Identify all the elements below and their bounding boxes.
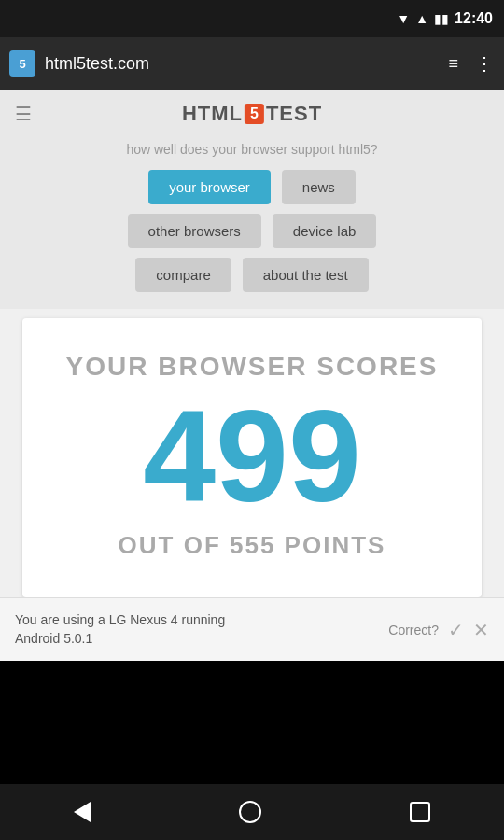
logo-html-text: HTML xyxy=(182,102,243,126)
correct-label: Correct? xyxy=(388,623,439,637)
battery-icon: ▮▮ xyxy=(434,11,449,26)
signal-icon: ▲ xyxy=(415,11,428,26)
nav-buttons: your browser news other browsers device … xyxy=(0,170,504,309)
compare-button[interactable]: compare xyxy=(135,258,231,292)
browser-favicon: 5 xyxy=(9,50,35,77)
logo-test-text: TEST xyxy=(266,102,322,126)
main-content: ☰ HTML 5 TEST how well does your browser… xyxy=(0,90,504,661)
about-test-button[interactable]: about the test xyxy=(243,258,369,292)
wifi-icon: ▼ xyxy=(397,11,410,26)
status-time: 12:40 xyxy=(455,10,493,27)
hamburger-icon[interactable]: ☰ xyxy=(15,103,32,125)
device-info-text: You are using a LG Nexus 4 runningAndroi… xyxy=(15,612,225,646)
tagline: how well does your browser support html5… xyxy=(0,138,504,170)
nav-row-1: your browser news xyxy=(148,170,356,204)
correct-x-icon[interactable]: ✕ xyxy=(473,619,489,641)
score-section: YOUR BROWSER SCORES 499 OUT OF 555 POINT… xyxy=(0,309,504,597)
site-logo: HTML 5 TEST xyxy=(182,102,322,126)
score-title: YOUR BROWSER SCORES xyxy=(41,352,463,382)
back-button[interactable] xyxy=(74,802,91,822)
logo-5-badge: 5 xyxy=(245,104,264,124)
device-info: You are using a LG Nexus 4 runningAndroi… xyxy=(15,611,225,648)
your-browser-button[interactable]: your browser xyxy=(148,170,271,204)
other-browsers-button[interactable]: other browsers xyxy=(128,214,261,248)
android-nav-bar xyxy=(0,784,504,840)
menu-lines-icon[interactable]: ≡ xyxy=(448,54,458,74)
news-button[interactable]: news xyxy=(282,170,356,204)
browser-bar: 5 html5test.com ≡ ⋮ xyxy=(0,37,504,90)
menu-dots-icon[interactable]: ⋮ xyxy=(475,52,495,75)
nav-row-3: compare about the test xyxy=(135,258,368,292)
score-out-of: OUT OF 555 POINTS xyxy=(41,531,463,560)
status-bar: ▼ ▲ ▮▮ 12:40 xyxy=(0,0,504,37)
nav-header: ☰ HTML 5 TEST xyxy=(0,90,504,138)
score-card: YOUR BROWSER SCORES 499 OUT OF 555 POINT… xyxy=(22,318,482,597)
status-icons: ▼ ▲ ▮▮ 12:40 xyxy=(397,10,493,27)
bottom-info-bar: You are using a LG Nexus 4 runningAndroi… xyxy=(0,597,504,661)
nav-row-2: other browsers device lab xyxy=(128,214,377,248)
browser-url: html5test.com xyxy=(45,54,439,74)
recent-apps-button[interactable] xyxy=(410,802,430,822)
home-button[interactable] xyxy=(239,801,261,823)
correct-check-icon[interactable]: ✓ xyxy=(448,619,464,641)
score-number: 499 xyxy=(41,391,463,522)
correct-section: Correct? ✓ ✕ xyxy=(388,619,489,641)
device-lab-button[interactable]: device lab xyxy=(273,214,377,248)
